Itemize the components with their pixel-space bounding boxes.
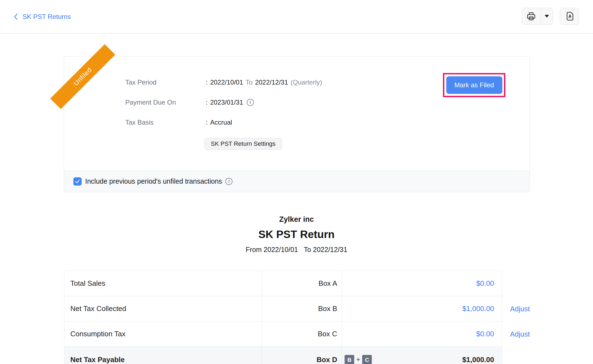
return-settings-button[interactable]: SK PST Return Settings [204, 138, 282, 150]
row-amount-total: $1,000.00 [462, 355, 494, 364]
report-heading: Zylker inc SK PST Return From 2022/10/01… [0, 214, 593, 254]
tax-basis-label: Tax Basis [125, 119, 206, 126]
colon: : [206, 99, 208, 106]
box-formula: B + C [345, 355, 372, 364]
row-box: Box A [262, 271, 342, 296]
mark-as-filed-button[interactable]: Mark as Filed [446, 76, 502, 94]
row-label: Consumption Tax [64, 321, 262, 346]
formula-badge-c: C [362, 355, 372, 364]
include-previous-section: Include previous period's unfiled transa… [64, 170, 530, 192]
row-label: Net Tax Collected [64, 296, 262, 321]
annotation-highlight-box: Mark as Filed [443, 73, 505, 97]
tax-period-value: : 2022/10/01 To 2022/12/31 (Quarterly) [206, 79, 322, 86]
caret-down-icon [545, 15, 549, 18]
printer-icon [527, 12, 536, 21]
range-to: To 2022/12/31 [304, 246, 347, 253]
payment-due-value: : 2023/01/31 i [206, 99, 254, 106]
payment-due-info-icon[interactable]: i [247, 99, 254, 106]
payment-due-date: 2023/01/31 [210, 99, 243, 106]
back-chevron-icon [13, 13, 19, 21]
table-row-net-tax-payable: Net Tax Payable Box D B + C $1,000.00 [64, 347, 502, 364]
tax-basis-row: Tax Basis : Accrual [125, 116, 232, 128]
period-frequency: (Quarterly) [290, 79, 322, 86]
tax-period-row: Tax Period : 2022/10/01 To 2022/12/31 (Q… [125, 76, 322, 88]
row-amount-link[interactable]: $1,000.00 [462, 304, 494, 313]
checkmark-icon [75, 179, 80, 184]
print-options-button[interactable] [541, 8, 553, 24]
row-box: Box B [262, 296, 342, 321]
formula-badge-b: B [345, 355, 354, 364]
colon: : [206, 119, 208, 126]
table-row-consumption-tax: Consumption Tax Box C $0.00 Adjust [64, 321, 502, 347]
row-amount-link[interactable]: $0.00 [476, 279, 494, 288]
tax-period-label: Tax Period [125, 79, 206, 86]
period-to: To [246, 79, 253, 86]
row-box: Box D [262, 347, 342, 364]
report-date-range: From 2022/10/01 To 2022/12/31 [0, 245, 593, 254]
pdf-export-icon [566, 11, 574, 21]
print-split-button [522, 8, 553, 25]
status-ribbon-unfiled: Unfiled [50, 44, 115, 109]
return-summary-card: Unfiled Tax Period : 2022/10/01 To 2022/… [64, 56, 530, 192]
range-from: From 2022/10/01 [246, 246, 298, 253]
adjust-link[interactable]: Adjust [510, 330, 530, 338]
payment-due-label: Payment Due On [125, 99, 206, 106]
export-pdf-button[interactable] [560, 8, 579, 25]
row-label: Net Tax Payable [64, 347, 262, 364]
adjust-link[interactable]: Adjust [510, 304, 530, 313]
include-previous-info-icon[interactable]: i [225, 178, 232, 185]
row-amount-link[interactable]: $0.00 [476, 330, 494, 338]
table-row-net-tax-collected: Net Tax Collected Box B $1,000.00 Adjust [64, 296, 502, 321]
period-end-date: 2022/12/31 [255, 79, 288, 86]
report-title: SK PST Return [0, 227, 593, 242]
back-link[interactable]: SK PST Returns [13, 0, 71, 33]
back-label: SK PST Returns [23, 13, 71, 21]
period-start-date: 2022/10/01 [210, 79, 243, 86]
colon: : [206, 79, 208, 86]
table-row-total-sales: Total Sales Box A $0.00 [64, 271, 502, 296]
print-button[interactable] [522, 8, 541, 24]
payment-due-row: Payment Due On : 2023/01/31 i [125, 96, 254, 108]
page-header: SK PST Returns [0, 0, 593, 34]
sk-pst-return-page: SK PST Returns [0, 0, 593, 364]
row-box: Box C [262, 321, 342, 346]
row-label: Total Sales [64, 271, 262, 296]
include-previous-checkbox[interactable] [73, 177, 82, 186]
return-table: Total Sales Box A $0.00 Net Tax Collecte… [64, 271, 502, 364]
row-total-cell: B + C $1,000.00 [342, 347, 502, 364]
include-previous-label: Include previous period's unfiled transa… [85, 177, 222, 185]
company-name: Zylker inc [0, 214, 593, 225]
tax-basis-text: Accrual [210, 119, 232, 126]
plus-sign: + [356, 356, 360, 363]
tax-basis-value: : Accrual [206, 119, 232, 126]
